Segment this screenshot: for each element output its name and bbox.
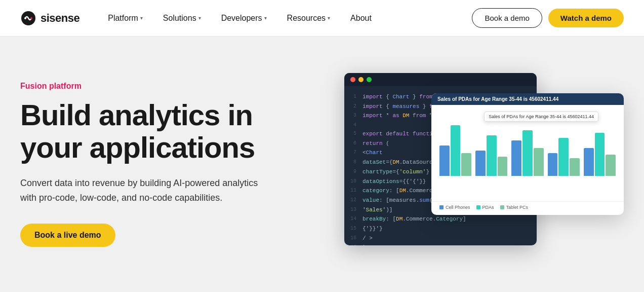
nav-item-about[interactable]: About: [342, 10, 380, 27]
legend-dot-cell-phones: [439, 205, 444, 209]
main-nav: Platform ▾ Solutions ▾ Developers ▾ Reso…: [100, 10, 380, 27]
code-window-header: [344, 73, 537, 86]
legend-pdas: PDAs: [476, 205, 494, 210]
chevron-down-icon: ▾: [328, 15, 330, 21]
bar-group-3: [511, 130, 543, 176]
legend-tablet-pcs: Tablet PCs: [500, 205, 529, 210]
bar-group-5: [584, 133, 616, 176]
legend-dot-tablet-pcs: [500, 205, 504, 209]
bar-cell-phones-4: [548, 153, 558, 176]
legend-dot-pdas: [476, 205, 480, 209]
nav-item-solutions[interactable]: Solutions ▾: [155, 10, 209, 27]
window-dot-green: [367, 77, 372, 82]
window-dot-red: [350, 77, 355, 82]
logo-text: sisense: [41, 12, 79, 25]
bar-group-4: [548, 138, 580, 176]
header: sisense Platform ▾ Solutions ▾ Developer…: [0, 0, 644, 36]
book-demo-button[interactable]: Book a demo: [472, 8, 542, 28]
chart-window-header: Sales of PDAs for Age Range 35-44 is 456…: [431, 93, 624, 105]
svg-point-1: [24, 17, 26, 19]
bar-pdas-2: [487, 135, 497, 176]
bar-group-1: [439, 125, 471, 176]
chart-legend: Cell Phones PDAs Tablet PCs: [431, 201, 624, 213]
header-right: Book a demo Watch a demo: [472, 8, 624, 28]
legend-cell-phones: Cell Phones: [439, 205, 470, 210]
bar-pdas-5: [595, 133, 605, 176]
chart-area: [431, 105, 624, 201]
bars-container: [439, 115, 616, 176]
logo[interactable]: sisense: [20, 10, 79, 26]
nav-item-resources[interactable]: Resources ▾: [279, 10, 338, 27]
bar-cell-phones-1: [439, 145, 450, 176]
chart-title: Sales of PDAs for Age Range 35-44 is 456…: [437, 96, 618, 102]
nav-item-developers[interactable]: Developers ▾: [213, 10, 275, 27]
hero-description: Convert data into revenue by building AI…: [20, 176, 273, 205]
chevron-down-icon: ▾: [264, 15, 267, 21]
logo-icon: [20, 10, 36, 26]
svg-point-2: [30, 17, 32, 19]
fusion-label: Fusion platform: [20, 82, 324, 91]
hero-section: Fusion platform Build analytics in your …: [0, 36, 644, 292]
bar-pdas-4: [558, 138, 569, 176]
bar-cell-phones-3: [511, 140, 521, 176]
bar-tablets-3: [534, 148, 544, 176]
bar-tablets-1: [461, 153, 471, 176]
bar-cell-phones-2: [475, 151, 486, 176]
watch-demo-button[interactable]: Watch a demo: [548, 9, 624, 27]
bar-tablets-4: [570, 158, 580, 176]
window-dot-yellow: [358, 77, 364, 82]
bar-cell-phones-5: [584, 148, 594, 176]
hero-visuals: 1import { Chart } from "@sisense/sdk-ui"…: [344, 68, 624, 261]
header-left: sisense Platform ▾ Solutions ▾ Developer…: [20, 10, 380, 27]
book-live-demo-button[interactable]: Book a live demo: [20, 224, 115, 247]
chevron-down-icon: ▾: [140, 15, 143, 21]
bar-tablets-5: [606, 155, 616, 176]
bar-tablets-2: [498, 157, 508, 176]
nav-item-platform[interactable]: Platform ▾: [100, 10, 151, 27]
bar-pdas-1: [451, 125, 461, 176]
hero-title: Build analytics in your applications: [20, 99, 324, 164]
chevron-down-icon: ▾: [198, 15, 201, 21]
chart-window: Sales of PDAs for Age Range 35-44 is 456…: [431, 93, 624, 215]
bar-pdas-3: [522, 130, 533, 176]
bar-group-2: [475, 135, 507, 176]
hero-content: Fusion platform Build analytics in your …: [20, 82, 324, 246]
